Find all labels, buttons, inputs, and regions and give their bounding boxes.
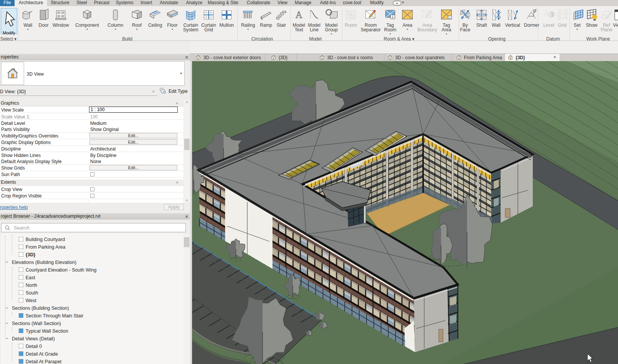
svg-text:1: 1: [545, 10, 547, 13]
svg-text:1: 1: [392, 15, 394, 19]
svg-text:A: A: [295, 10, 302, 20]
svg-text:1: 1: [449, 16, 451, 19]
